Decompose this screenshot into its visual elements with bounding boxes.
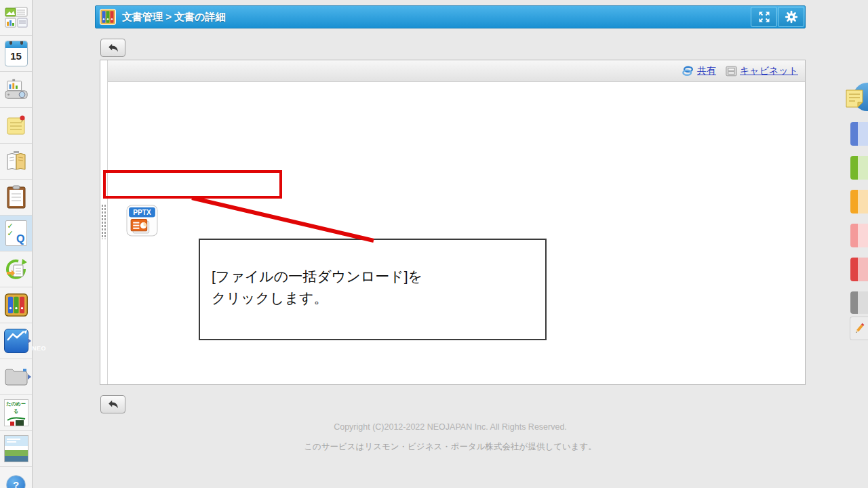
calendar-icon: 15 — [5, 41, 28, 66]
sidebar-item-folder[interactable] — [0, 359, 32, 395]
instruction-callout: [ファイルの一括ダウンロード]を クリックします。 — [199, 239, 547, 340]
book-icon — [5, 150, 28, 172]
sidebar-item-survey[interactable]: ✓ ✓ Q — [0, 216, 32, 251]
panel-left-strip — [100, 60, 108, 384]
rail-tab-pink[interactable] — [850, 224, 868, 247]
sidebar-item-help[interactable]: ? — [0, 467, 32, 488]
memo-icon — [5, 115, 27, 136]
sticky-note-icon — [845, 88, 864, 108]
sidebar-item-banner[interactable] — [0, 431, 32, 467]
back-button-bottom[interactable] — [100, 395, 125, 413]
gear-icon — [784, 9, 799, 24]
expand-arrow-icon[interactable] — [28, 374, 31, 380]
document-management-icon — [100, 9, 116, 25]
share-icon — [682, 66, 694, 77]
drag-handle[interactable] — [101, 204, 106, 239]
tanomail-icon: たのめーる — [4, 399, 28, 426]
back-button-top[interactable] — [100, 39, 125, 57]
workflow-icon — [4, 257, 28, 281]
rail-edit-button[interactable] — [850, 317, 868, 340]
panel-toolbar: 共有 キャビネット — [108, 60, 805, 82]
expand-arrow-icon[interactable] — [28, 338, 31, 344]
settings-button[interactable] — [778, 7, 804, 27]
rail-tab-red[interactable] — [850, 258, 868, 281]
projector-icon — [4, 78, 28, 101]
help-question-mark: ? — [13, 479, 19, 488]
footer-provider: このサービスはリスモン・ビジネス・ポータル株式会社が提供しています。 — [95, 441, 806, 453]
ad-banner-icon — [4, 435, 28, 462]
sidebar-item-tanomail[interactable]: たのめーる — [0, 395, 32, 431]
app-launcher-sidebar: 15 — [0, 0, 33, 488]
sidebar-item-portal[interactable] — [0, 0, 32, 36]
fullscreen-icon — [757, 10, 771, 24]
neo-icon: NEO — [4, 329, 28, 353]
pptx-file-icon: PPTX — [126, 205, 158, 237]
cabinet-icon — [726, 66, 737, 77]
sidebar-item-todo[interactable] — [0, 180, 32, 216]
back-arrow-icon — [107, 43, 119, 53]
rail-tab-blue[interactable] — [850, 122, 868, 146]
pptx-badge-text: PPTX — [133, 209, 151, 216]
share-link[interactable]: 共有 — [697, 65, 716, 77]
sidebar-item-workflow[interactable] — [0, 251, 32, 287]
pencil-icon — [852, 321, 866, 336]
footer-copyright: Copyright (C)2012-2022 NEOJAPAN Inc. All… — [95, 422, 806, 432]
callout-line2: クリックします。 — [212, 287, 545, 309]
sidebar-item-circular[interactable] — [0, 144, 32, 180]
tanomail-label: たのめーる — [5, 400, 28, 415]
rail-tab-green[interactable] — [850, 156, 868, 180]
sidebar-item-document[interactable] — [0, 287, 32, 323]
back-arrow-icon — [107, 399, 119, 409]
share-toolbar-link-wrap: 共有 — [682, 65, 716, 77]
clipboard-icon — [6, 185, 26, 209]
rail-tab-orange[interactable] — [850, 190, 868, 214]
application-window: 15 — [0, 0, 868, 488]
cabinet-link[interactable]: キャビネット — [740, 65, 798, 77]
survey-icon: ✓ ✓ Q — [5, 220, 27, 246]
survey-q-letter: Q — [16, 233, 24, 245]
page-title: 文書管理 > 文書の詳細 — [122, 11, 225, 24]
folder-icon — [4, 367, 28, 386]
sidebar-item-memo[interactable] — [0, 108, 32, 144]
callout-line1: [ファイルの一括ダウンロード]を — [212, 266, 545, 287]
sidebar-item-schedule[interactable]: 15 — [0, 36, 32, 72]
document-binders-icon — [5, 293, 28, 317]
neo-label: NEO — [28, 345, 51, 352]
floating-memo-button[interactable] — [845, 83, 868, 118]
portal-icon — [4, 7, 28, 28]
fullscreen-button[interactable] — [751, 7, 777, 27]
help-icon: ? — [6, 475, 26, 488]
calendar-day-number: 15 — [5, 48, 27, 64]
sidebar-item-neotwist[interactable]: NEO — [0, 323, 32, 359]
rail-tab-gray[interactable] — [850, 291, 868, 314]
app-header: 文書管理 > 文書の詳細 — [95, 5, 806, 28]
cabinet-toolbar-link-wrap: キャビネット — [726, 65, 798, 77]
sidebar-item-facility[interactable] — [0, 72, 32, 108]
